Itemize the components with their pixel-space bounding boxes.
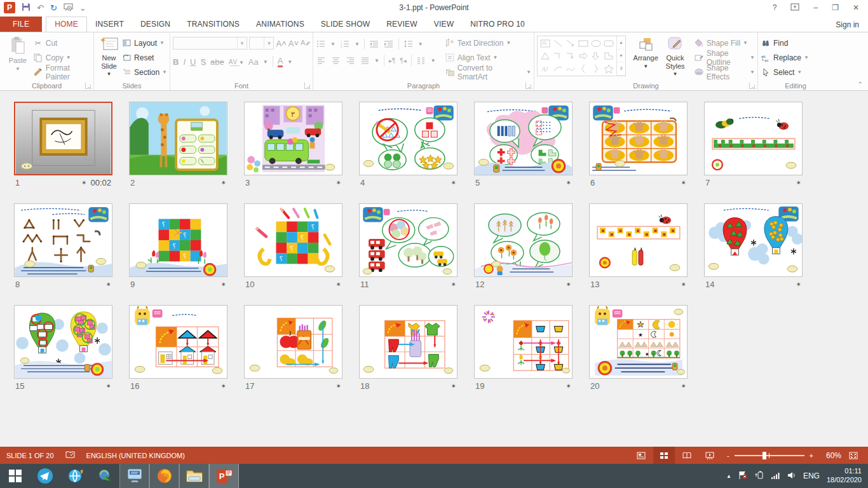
replace-button[interactable]: abacReplace▼ — [761, 51, 809, 64]
fit-slide-to-window-button[interactable] — [843, 447, 864, 464]
format-painter-button[interactable]: Format Painter — [33, 66, 91, 78]
align-center-icon[interactable] — [330, 55, 341, 65]
tray-clock[interactable]: 01:11 18/02/2020 — [827, 467, 862, 485]
justify-icon[interactable] — [360, 55, 370, 65]
tab-file[interactable]: FILE — [0, 17, 42, 32]
tab-review[interactable]: REVIEW — [378, 17, 426, 32]
tab-insert[interactable]: INSERT — [87, 17, 132, 32]
help-icon[interactable]: ? — [773, 3, 777, 12]
character-spacing-button[interactable]: A͟V͟ ▼ — [229, 58, 244, 65]
ltr-direction-icon[interactable]: ▸¶ — [389, 57, 395, 64]
tab-design[interactable]: DESIGN — [132, 17, 179, 32]
taskbar-file-explorer-icon[interactable] — [179, 464, 209, 488]
zoom-slider[interactable] — [735, 455, 804, 456]
shrink-font-button[interactable]: A˅ — [288, 39, 299, 48]
bold-button[interactable]: B — [173, 57, 179, 67]
align-right-icon[interactable] — [345, 55, 355, 65]
slide-thumbnail-5[interactable]: 5✶ — [474, 102, 573, 190]
numbering-icon[interactable]: 123 — [340, 39, 350, 49]
minimize-button[interactable]: – — [813, 3, 818, 12]
taskbar-idm-icon[interactable] — [90, 464, 119, 488]
reset-button[interactable]: Reset — [121, 51, 167, 64]
paste-dropdown-arrow[interactable]: ▼ — [15, 66, 20, 72]
shape-fill-button[interactable]: Shape Fill▼ — [694, 37, 755, 49]
shapes-scroll-down-icon[interactable]: ▼ — [617, 50, 625, 63]
quick-styles-button[interactable]: Quick Styles▼ — [660, 34, 689, 77]
tab-home[interactable]: HOME — [46, 17, 87, 32]
grow-font-button[interactable]: A˄ — [276, 39, 286, 48]
decrease-indent-icon[interactable] — [369, 39, 379, 49]
arrange-button[interactable]: Arrange▼ — [631, 34, 660, 69]
shapes-more-icon[interactable]: ⊽ — [617, 62, 625, 76]
align-left-icon[interactable] — [316, 55, 326, 65]
bullets-icon[interactable] — [316, 39, 326, 49]
tray-network-icon[interactable] — [771, 470, 780, 482]
slide-thumbnail-11[interactable]: 11✶ — [359, 203, 458, 292]
taskbar-onscreen-keyboard-icon[interactable] — [119, 464, 149, 488]
font-size-combobox[interactable]: ▼ — [249, 37, 275, 50]
slide-thumbnail-10[interactable]: ؟ ؟ ؟ ؟ 10✶ — [244, 203, 342, 292]
zoom-slider-thumb[interactable] — [763, 452, 766, 459]
slide-thumbnail-13[interactable]: 13✶ — [589, 203, 688, 292]
slide-thumbnail-8[interactable]: 8✶ — [14, 203, 112, 292]
slide-thumbnail-9[interactable]: ؟ ؟ ؟ ؟ 9✶ — [129, 203, 227, 292]
align-text-button[interactable]: Align Text▼ — [445, 51, 531, 64]
italic-button[interactable]: I — [183, 57, 186, 67]
clear-formatting-button[interactable]: A — [301, 38, 310, 49]
start-button[interactable] — [0, 464, 30, 488]
slide-thumbnail-14[interactable]: 14✶ — [704, 203, 803, 292]
shape-effects-button[interactable]: Shape Effects▼ — [694, 66, 755, 78]
font-name-combobox[interactable]: ▼ — [173, 37, 247, 50]
taskbar-powerpoint-icon[interactable]: P — [209, 464, 239, 488]
slide-thumbnail-15[interactable]: 15✶ — [14, 305, 112, 393]
slide-thumbnail-12[interactable]: 12✶ — [474, 203, 573, 292]
slide-thumbnail-16[interactable]: 16✶ — [129, 305, 227, 393]
slide-thumbnail-6[interactable]: 6✶ — [589, 102, 688, 190]
normal-view-button[interactable] — [630, 447, 652, 464]
tab-nitro-pro[interactable]: NITRO PRO 10 — [462, 17, 533, 32]
tray-action-center-icon[interactable] — [738, 470, 748, 482]
shape-outline-button[interactable]: Shape Outline▼ — [694, 51, 755, 64]
reading-view-button[interactable] — [676, 447, 698, 464]
drawing-dialog-launcher[interactable] — [749, 83, 756, 89]
select-button[interactable]: Select▼ — [761, 66, 809, 78]
paste-button[interactable]: Paste▼ — [3, 34, 33, 72]
section-button[interactable]: Section▼ — [121, 66, 167, 78]
new-slide-button[interactable]: New Slide▼ — [97, 34, 121, 77]
ribbon-display-options-icon[interactable] — [790, 3, 799, 13]
tab-animations[interactable]: ANIMATIONS — [248, 17, 313, 32]
save-icon[interactable] — [22, 3, 31, 13]
layout-button[interactable]: Layout▼ — [121, 37, 167, 49]
shapes-scrollbar[interactable]: ▲ ▼ ⊽ — [616, 36, 625, 76]
text-shadow-button[interactable]: S — [200, 57, 206, 67]
zoom-in-button[interactable]: + — [810, 452, 813, 459]
tray-volume-icon[interactable] — [787, 470, 796, 482]
tray-show-hidden-icons[interactable]: ▲ — [726, 473, 731, 479]
slide-thumbnail-18[interactable]: 18✶ — [359, 305, 458, 393]
copy-button[interactable]: Copy▼ — [33, 51, 91, 64]
tab-slideshow[interactable]: SLIDE SHOW — [313, 17, 378, 32]
undo-icon[interactable]: ↶ — [37, 4, 44, 12]
slideshow-view-button[interactable] — [699, 447, 721, 464]
zoom-percentage[interactable]: 60% — [820, 451, 841, 460]
redo-icon[interactable]: ↻ — [50, 4, 57, 12]
qat-customize-icon[interactable]: ⌄ — [79, 4, 86, 12]
taskbar-firefox-icon[interactable] — [149, 464, 179, 488]
taskbar-telegram-icon[interactable] — [30, 464, 60, 488]
tray-language[interactable]: ENG — [803, 471, 820, 480]
language-indicator[interactable]: ENGLISH (UNITED KINGDOM) — [86, 452, 185, 459]
rtl-direction-icon[interactable]: ¶◂ — [400, 57, 406, 64]
tab-transitions[interactable]: TRANSITIONS — [179, 17, 248, 32]
restore-button[interactable]: ❐ — [832, 3, 839, 12]
underline-button[interactable]: U — [190, 57, 196, 67]
taskbar-internet-explorer-icon[interactable] — [60, 464, 90, 488]
slide-sorter-view-button[interactable] — [653, 447, 675, 464]
convert-smartart-button[interactable]: Convert to SmartArt▼ — [445, 66, 531, 78]
close-button[interactable]: ✕ — [853, 3, 859, 12]
paragraph-dialog-launcher[interactable] — [526, 83, 532, 89]
clipboard-dialog-launcher[interactable] — [85, 83, 92, 89]
strikethrough-button[interactable]: abe — [210, 57, 224, 67]
slide-thumbnail-19[interactable]: 19✶ — [474, 305, 573, 393]
find-button[interactable]: Find — [761, 37, 809, 49]
collapse-ribbon-icon[interactable]: ⌃ — [858, 81, 863, 88]
